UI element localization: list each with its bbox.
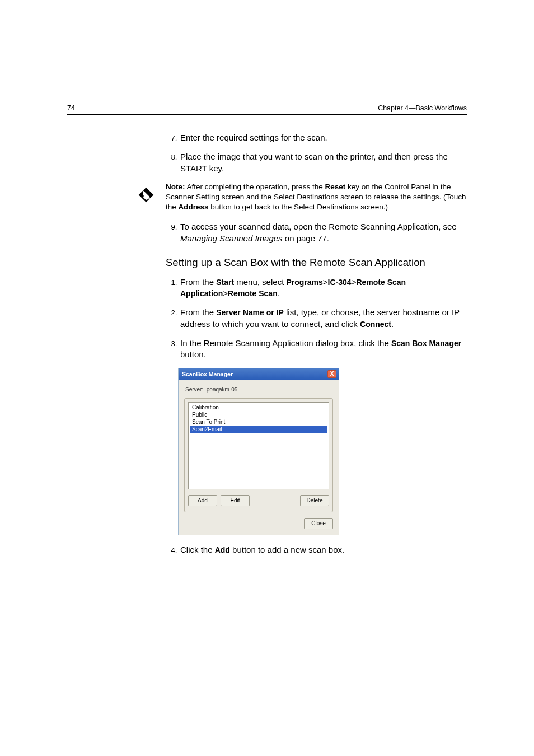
subheading: Setting up a Scan Box with the Remote Sc… [166, 256, 467, 269]
list-item[interactable]: Scan To Print [190, 418, 327, 426]
steps-list-b2: Click the Add button to add a new scan b… [166, 544, 467, 556]
b3-sbm: Scan Box Manager [391, 339, 461, 348]
b3-a: In the Remote Scanning Application dialo… [180, 338, 391, 348]
list-panel: Calibration Public Scan To Print Scan2Em… [184, 398, 333, 512]
dialog-titlebar[interactable]: ScanBox Manager X [179, 368, 339, 380]
step-9-italic: Managing Scanned Images [180, 234, 283, 243]
b1-gt1: > [323, 277, 328, 287]
note-part1: After completing the operation, press th… [185, 183, 325, 191]
b1-programs: Programs [286, 278, 322, 287]
b2-a: From the [180, 307, 216, 317]
step-8: Place the image that you want to scan on… [179, 151, 467, 174]
b2-connect: Connect [360, 320, 391, 329]
edit-button[interactable]: Edit [221, 495, 250, 506]
step-9-a: To access your scanned data, open the Re… [180, 222, 457, 231]
b4-a: Click the [180, 545, 215, 554]
step-9: To access your scanned data, open the Re… [179, 221, 467, 244]
b1-a: From the [180, 277, 216, 287]
step-b3: In the Remote Scanning Application dialo… [179, 338, 467, 361]
b1-b: menu, select [234, 277, 286, 287]
note-text: Note: After completing the operation, pr… [159, 182, 467, 213]
server-value: poaqakm-05 [207, 386, 238, 393]
dialog-title: ScanBox Manager [182, 371, 233, 377]
close-button[interactable]: Close [304, 518, 333, 529]
step-b4: Click the Add button to add a new scan b… [179, 544, 467, 556]
close-icon[interactable]: X [327, 370, 336, 378]
b1-start: Start [216, 278, 234, 287]
b2-end: . [391, 319, 394, 329]
b2-server: Server Name or IP [216, 308, 284, 317]
note-block: Note: After completing the operation, pr… [133, 182, 467, 213]
server-row: Server: poaqakm-05 [184, 384, 333, 398]
steps-list-a2: To access your scanned data, open the Re… [166, 221, 467, 244]
note-bold-address: Address [179, 203, 209, 211]
page-number: 74 [67, 104, 75, 112]
steps-list-b: From the Start menu, select Programs>IC-… [166, 277, 467, 361]
b1-ic304: IC-304 [328, 278, 352, 287]
list-item[interactable]: Public [190, 411, 327, 418]
note-bold-reset: Reset [325, 183, 345, 191]
step-b2: From the Server Name or IP list, type, o… [179, 307, 467, 330]
step-7: Enter the required settings for the scan… [179, 132, 467, 143]
step-9-b: on page 77. [283, 234, 329, 243]
button-row: Add Edit Delete [188, 495, 329, 506]
step-7-text: Enter the required settings for the scan… [180, 133, 327, 142]
b4-add: Add [215, 545, 230, 554]
list-item[interactable]: Calibration [190, 404, 327, 411]
server-label: Server: [185, 386, 203, 393]
b1-rs: Remote Scan [228, 289, 278, 298]
scanbox-list[interactable]: Calibration Public Scan To Print Scan2Em… [188, 402, 329, 489]
spacer [253, 495, 297, 506]
steps-list-a: Enter the required settings for the scan… [166, 132, 467, 174]
page-header: 74 Chapter 4—Basic Workflows [67, 104, 467, 115]
add-button[interactable]: Add [188, 495, 217, 506]
content-area: Enter the required settings for the scan… [166, 132, 467, 556]
step-b1: From the Start menu, select Programs>IC-… [179, 277, 467, 300]
scanbox-manager-dialog: ScanBox Manager X Server: poaqakm-05 Cal… [178, 368, 339, 535]
page: 74 Chapter 4—Basic Workflows Enter the r… [0, 0, 534, 756]
list-item-selected[interactable]: Scan2Email [190, 426, 327, 433]
b4-b: button to add a new scan box. [230, 545, 344, 554]
b1-gt3: > [223, 288, 228, 298]
note-label: Note: [166, 183, 185, 191]
close-row: Close [184, 518, 333, 529]
note-part3: button to get back to the Select Destina… [209, 203, 388, 211]
b3-b: button. [180, 349, 206, 359]
delete-button[interactable]: Delete [300, 495, 329, 506]
chapter-title: Chapter 4—Basic Workflows [378, 104, 467, 112]
dialog-body: Server: poaqakm-05 Calibration Public Sc… [179, 380, 339, 535]
step-8-text: Place the image that you want to scan on… [180, 152, 448, 172]
b1-end: . [278, 288, 280, 298]
note-icon [133, 184, 159, 208]
